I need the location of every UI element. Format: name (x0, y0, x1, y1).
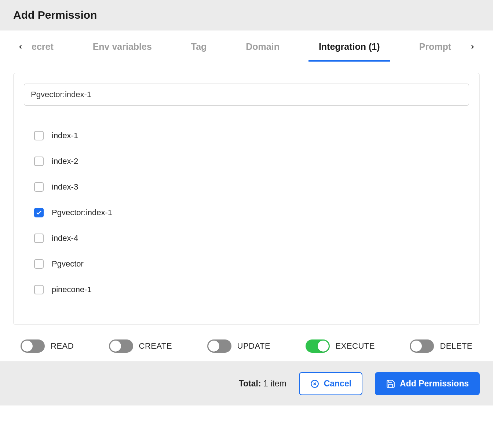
toggle-knob (22, 341, 33, 352)
list-item-label: index-2 (52, 157, 78, 166)
tabs-row: ecretEnv variablesTagDomainIntegration (… (0, 30, 493, 63)
checkbox[interactable] (34, 259, 44, 269)
list-item[interactable]: Pgvector (14, 251, 479, 277)
list-item[interactable]: index-1 (14, 123, 479, 148)
cancel-circle-icon (310, 379, 319, 389)
chevron-right-icon (469, 44, 476, 50)
toggle-create[interactable] (109, 339, 133, 353)
list-item-label: Pgvector:index-1 (52, 208, 112, 217)
list-item-label: index-4 (52, 234, 78, 243)
checkbox[interactable] (34, 131, 44, 140)
tab-integration[interactable]: Integration (1) (308, 33, 390, 62)
cancel-label: Cancel (324, 379, 351, 389)
toggle-group-read: READ (21, 339, 74, 353)
list-item[interactable]: index-2 (14, 148, 479, 174)
list-item-label: index-1 (52, 131, 78, 140)
toggle-read[interactable] (21, 339, 45, 353)
dialog-title: Add Permission (13, 9, 480, 21)
toggle-update[interactable] (207, 339, 231, 353)
tab-label: Domain (246, 41, 280, 52)
tab-label: Env variables (93, 41, 152, 52)
toggle-label: READ (51, 341, 74, 351)
tab-domain[interactable]: Domain (235, 33, 290, 62)
list-item-label: index-3 (52, 182, 78, 192)
toggle-group-delete: DELETE (410, 339, 472, 353)
panel-wrap: index-1index-2index-3Pgvector:index-1ind… (0, 63, 493, 325)
total-summary: Total: 1 item (239, 379, 286, 389)
tab-tag[interactable]: Tag (181, 33, 217, 62)
checkbox[interactable] (34, 285, 44, 294)
checkbox[interactable] (34, 182, 44, 192)
total-label: Total: (239, 379, 261, 388)
tab-ecret[interactable]: ecret (32, 33, 64, 62)
cancel-button[interactable]: Cancel (299, 372, 362, 395)
list-item[interactable]: Pgvector:index-1 (14, 200, 479, 225)
tabs-scroll-right[interactable] (465, 44, 480, 50)
tab-label: ecret (32, 41, 54, 52)
list-item[interactable]: pinecone-1 (14, 277, 479, 302)
dialog-header: Add Permission (0, 0, 493, 30)
list-item-label: pinecone-1 (52, 285, 92, 294)
check-icon (36, 209, 42, 216)
tab-label: Integration (319, 41, 366, 52)
list-item[interactable]: index-4 (14, 225, 479, 251)
toggle-knob (208, 341, 219, 352)
toggle-label: DELETE (440, 341, 472, 351)
toggle-group-execute: EXECUTE (306, 339, 375, 353)
dialog-footer: Total: 1 item Cancel Add Permissions (0, 361, 493, 405)
toggle-label: CREATE (139, 341, 172, 351)
toggle-group-update: UPDATE (207, 339, 271, 353)
search-wrap (14, 73, 479, 116)
search-input[interactable] (24, 84, 469, 106)
total-value: 1 item (263, 379, 286, 388)
toggle-knob (411, 341, 422, 352)
tabs-scroll-left[interactable] (13, 44, 28, 50)
items-list[interactable]: index-1index-2index-3Pgvector:index-1ind… (14, 116, 479, 324)
toggle-label: UPDATE (237, 341, 271, 351)
toggle-knob (110, 341, 121, 352)
tab-prompt[interactable]: Prompt (409, 33, 461, 62)
tab-env-variables[interactable]: Env variables (83, 33, 162, 62)
checkbox[interactable] (34, 234, 44, 243)
tab-label: Tag (191, 41, 207, 52)
checkbox[interactable] (34, 208, 44, 217)
toggle-knob (318, 341, 329, 352)
chevron-left-icon (17, 44, 24, 50)
save-icon (386, 379, 395, 389)
toggle-execute[interactable] (306, 339, 330, 353)
toggle-group-create: CREATE (109, 339, 172, 353)
integration-panel: index-1index-2index-3Pgvector:index-1ind… (13, 73, 480, 325)
list-item[interactable]: index-3 (14, 174, 479, 200)
toggle-label: EXECUTE (336, 341, 375, 351)
list-item-label: Pgvector (52, 259, 84, 269)
add-permissions-label: Add Permissions (400, 379, 469, 389)
checkbox[interactable] (34, 157, 44, 166)
tab-count: (1) (369, 41, 380, 52)
tab-label: Prompt (419, 41, 451, 52)
permission-toggles-row: READCREATEUPDATEEXECUTEDELETE (0, 325, 493, 364)
toggle-delete[interactable] (410, 339, 434, 353)
add-permissions-button[interactable]: Add Permissions (375, 372, 480, 395)
